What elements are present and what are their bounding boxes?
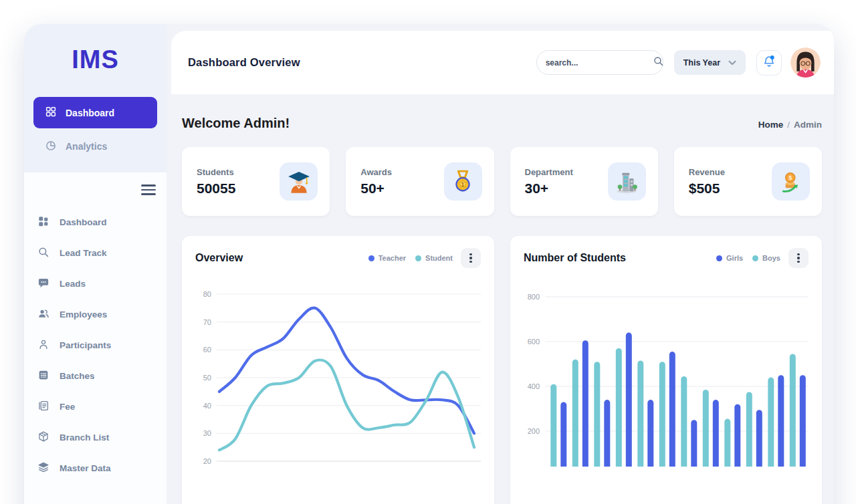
menu-label: Participants	[60, 340, 111, 350]
page-title: Dashboard Overview	[188, 56, 300, 69]
chart-legend: Girls Boys	[716, 254, 780, 262]
svg-text:80: 80	[203, 290, 211, 298]
svg-text:70: 70	[203, 318, 211, 326]
chevron-down-icon	[728, 58, 736, 68]
legend-item-student: Student	[415, 254, 453, 262]
stats-row: Students 50055	[182, 147, 822, 216]
legend-dot	[752, 255, 758, 261]
chart-legend: Teacher Student	[368, 254, 453, 262]
search-input[interactable]	[546, 58, 653, 68]
notification-dot	[770, 55, 774, 59]
sidebar-menu: Dashboard Lead Track	[24, 207, 167, 484]
svg-text:400: 400	[528, 382, 540, 390]
sidebar-item-dashboard-primary[interactable]: Dashboard	[33, 97, 157, 128]
chart-header: Number of Students Girls Boys	[524, 248, 809, 268]
stat-value: 50055	[197, 180, 235, 197]
welcome-heading: Welcome Admin!	[182, 116, 290, 131]
sidebar-item-batches[interactable]: Batches	[24, 361, 167, 392]
menu-label: Dashboard	[60, 217, 107, 227]
svg-text:50: 50	[203, 374, 211, 382]
award-icon: 1	[444, 162, 482, 201]
search-icon	[37, 246, 49, 260]
year-filter-dropdown[interactable]: This Year	[674, 50, 746, 75]
stat-label: Students	[197, 167, 235, 177]
overview-line-chart: 20304050607080	[195, 282, 481, 467]
students-bar-chart: 200400600800	[524, 282, 809, 467]
sidebar-item-analytics[interactable]: Analytics	[33, 132, 157, 160]
chat-bubble-icon	[37, 277, 49, 291]
search-icon	[653, 55, 664, 70]
main-area: Dashboard Overview This Year	[167, 24, 834, 504]
legend-dot	[716, 255, 722, 261]
layers-icon	[37, 461, 49, 475]
menu-label: Employees	[60, 309, 107, 320]
revenue-icon: $	[772, 162, 810, 201]
sidebar-item-label: Analytics	[66, 141, 107, 152]
svg-text:800: 800	[528, 293, 540, 301]
menu-label: Master Data	[60, 463, 111, 473]
sidebar-item-fee[interactable]: Fee	[24, 392, 167, 422]
sidebar-item-employees[interactable]: Employees	[24, 299, 167, 330]
sidebar-item-label: Dashboard	[66, 108, 114, 118]
bell-icon	[762, 54, 776, 72]
menu-label: Leads	[60, 279, 86, 289]
top-header: Dashboard Overview This Year	[171, 31, 834, 94]
sidebar-item-branch-list[interactable]: Branch List	[24, 422, 167, 453]
menu-label: Branch List	[60, 432, 109, 443]
legend-dot	[415, 255, 421, 261]
svg-text:$: $	[788, 174, 792, 181]
sidebar-top-section: IMS Dashboard Analytics	[24, 24, 167, 172]
sidebar: IMS Dashboard Analytics	[24, 24, 167, 504]
legend-item-boys: Boys	[752, 254, 780, 262]
notifications-button[interactable]	[756, 50, 782, 76]
student-icon	[280, 162, 318, 201]
list-icon	[37, 369, 49, 383]
menu-label: Lead Track	[60, 248, 107, 258]
content-area: Welcome Admin! Home/Admin Students 50055	[167, 94, 834, 504]
legend-item-girls: Girls	[716, 254, 743, 262]
users-icon	[37, 307, 49, 322]
sidebar-menu-section: Dashboard Lead Track	[24, 172, 167, 504]
sidebar-item-master-data[interactable]: Master Data	[24, 453, 167, 484]
welcome-row: Welcome Admin! Home/Admin	[182, 116, 822, 131]
menu-toggle-icon[interactable]	[141, 184, 156, 195]
legend-dot	[368, 255, 374, 261]
package-icon	[37, 430, 49, 445]
sidebar-item-participants[interactable]: Participants	[24, 330, 167, 361]
breadcrumb-separator: /	[787, 120, 790, 130]
svg-text:1: 1	[461, 181, 465, 188]
svg-text:40: 40	[203, 402, 211, 410]
breadcrumb-home-link[interactable]: Home	[758, 120, 784, 130]
grid-icon	[45, 106, 57, 120]
chart-header: Overview Teacher Student	[195, 248, 481, 268]
svg-text:200: 200	[528, 427, 540, 435]
breadcrumb: Home/Admin	[758, 120, 822, 130]
stat-card-department: Department 30+	[510, 147, 658, 216]
stat-card-awards: Awards 50+ 1	[346, 147, 494, 216]
kebab-menu-button[interactable]	[461, 248, 481, 268]
charts-row: Overview Teacher Student	[182, 236, 822, 504]
user-icon	[37, 338, 49, 352]
svg-text:20: 20	[203, 457, 211, 465]
breadcrumb-current: Admin	[794, 120, 822, 130]
year-filter-value: This Year	[683, 58, 720, 68]
sidebar-item-leads[interactable]: Leads	[24, 269, 167, 299]
svg-text:600: 600	[528, 338, 540, 346]
user-avatar[interactable]	[790, 47, 821, 78]
chart-title: Number of Students	[524, 252, 626, 264]
department-icon	[608, 162, 646, 201]
app-logo: IMS	[29, 45, 161, 74]
kebab-menu-button[interactable]	[788, 248, 809, 268]
stat-card-revenue: Revenue $505 $	[674, 147, 822, 216]
sidebar-item-dashboard[interactable]: Dashboard	[24, 207, 167, 238]
stat-label: Revenue	[689, 167, 725, 177]
pie-chart-icon	[45, 140, 57, 154]
sidebar-item-lead-track[interactable]: Lead Track	[24, 238, 167, 269]
receipt-icon	[37, 400, 49, 414]
stat-label: Awards	[360, 167, 392, 177]
stat-label: Department	[525, 167, 573, 177]
svg-text:30: 30	[203, 429, 211, 437]
grid-icon	[37, 215, 49, 229]
menu-label: Fee	[60, 402, 75, 412]
students-chart-card: Number of Students Girls Boys	[510, 236, 822, 504]
